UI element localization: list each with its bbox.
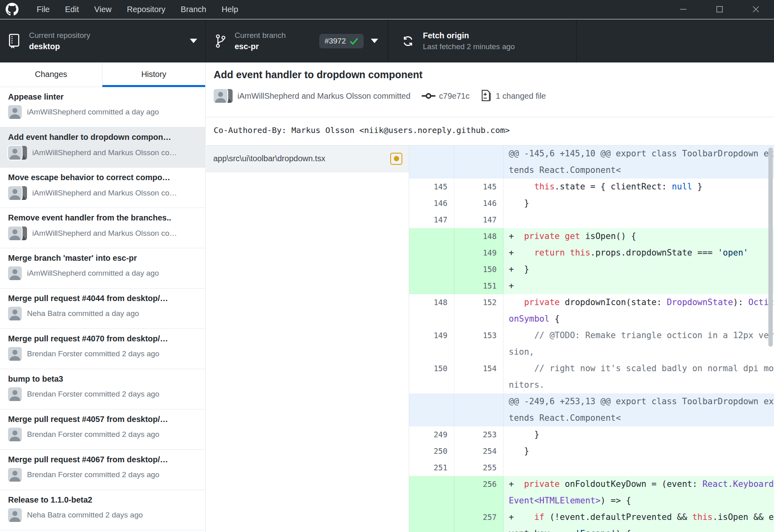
maximize-icon [716,6,723,13]
line-number-new: 146 [454,195,504,212]
github-logo-icon [6,3,19,16]
commit-list: Appease linteriAmWillShepherd committed … [0,87,205,532]
commit-item-meta: Brendan Forster committed 2 days ago [8,387,198,401]
code-line: } [504,195,774,212]
commit-item-title: Move escape behavior to correct compo… [8,173,198,182]
commit-list-item[interactable]: Merge pull request #4070 from desktop/…B… [0,329,205,369]
line-number-new: 145 [454,179,504,195]
code-line: // @TODO: Remake triangle octicon in a 1… [504,327,774,360]
menu-bar: FileEditViewRepositoryBranchHelp [29,0,246,19]
code-line: @@ -249,6 +253,13 @@ export class Toolba… [504,393,774,426]
repository-label: Current repository [29,31,90,40]
line-number-new: 253 [454,426,504,443]
repo-icon [8,33,20,49]
repository-button[interactable]: Current repository desktop [0,19,206,62]
commit-sha: c79e71c [439,91,470,101]
line-number-old: 145 [409,179,454,195]
tab-history[interactable]: History [102,62,205,87]
commit-meta: iAmWillShepherd and Markus Olsson commit… [214,89,764,103]
avatar [214,89,227,103]
line-number-old [409,476,454,509]
menu-item-branch[interactable]: Branch [173,0,214,19]
commit-item-subtitle: Neha Batra committed 2 days ago [27,511,143,520]
line-number-old: 150 [409,360,454,393]
commit-item-subtitle: Brendan Forster committed 2 days ago [27,390,159,399]
code-line: + private get isOpen() { [504,228,774,245]
line-number-new: 150 [454,261,504,278]
line-number-new: 255 [454,459,504,476]
commit-item-subtitle: Brendan Forster committed 2 days ago [27,349,159,358]
file-row[interactable]: app\src\ui\toolbar\dropdown.tsx [206,145,409,172]
menu-item-help[interactable]: Help [214,0,246,19]
menu-item-view[interactable]: View [87,0,119,19]
tab-changes[interactable]: Changes [0,62,102,87]
commit-list-item[interactable]: Release to 1.1.0-beta2Neha Batra committ… [0,490,205,530]
commit-list-item[interactable]: Merge pull request #4044 from desktop/…N… [0,289,205,329]
line-number-new: 256 [454,476,504,509]
sync-icon [402,34,414,48]
commit-list-item[interactable]: Merge pull request #4057 from desktop/…B… [0,409,205,450]
diff-row-add: 257+ if (!event.defaultPrevented && this… [409,509,774,532]
branch-button[interactable]: Current branch esc-pr #3972 [206,19,388,62]
commit-item-meta: Neha Batra committed 2 days ago [8,508,198,522]
window-minimize-button[interactable] [665,0,701,19]
line-number-new: 149 [454,245,504,261]
code-line: this.state = { clientRect: null } [504,179,774,195]
line-number-old [409,245,454,261]
commit-list-item[interactable]: Remove event handler from the branches..… [0,208,205,248]
diff-row-add: 256+ private onFoldoutKeyDown = (event: … [409,476,774,509]
commit-item-meta: Brendan Forster committed 2 days ago [8,428,198,441]
avatar [8,468,22,482]
commit-list-item[interactable]: Appease linteriAmWillShepherd committed … [0,87,205,127]
window-close-button[interactable] [738,0,774,19]
menu-item-repository[interactable]: Repository [119,0,173,19]
avatar [8,186,22,200]
commit-list-item[interactable]: bump to beta3Brendan Forster committed 2… [0,369,205,409]
commit-list-item[interactable]: Merge branch 'master' into esc-priAmWill… [0,248,205,289]
chevron-down-icon [371,39,378,43]
window-controls [665,0,774,19]
avatar-stack [8,145,27,160]
window-maximize-button[interactable] [701,0,738,19]
code-line: } [504,443,774,459]
menu-item-edit[interactable]: Edit [57,0,86,19]
commit-item-meta: iAmWillShepherd committed a day ago [8,105,198,119]
line-number-old [409,393,454,426]
chevron-down-icon [190,39,197,43]
diff-row-add: 149+ return this.props.dropdownState ===… [409,245,774,261]
commit-item-title: Appease linter [8,92,198,102]
line-number-old: 250 [409,443,454,459]
commit-item-title: Merge pull request #4067 from desktop/… [8,455,198,464]
commit-list-item[interactable]: Merge pull request #4067 from desktop/…B… [0,450,205,490]
line-number-new [454,393,504,426]
commit-list-item[interactable]: Move escape behavior to correct compo…iA… [0,168,205,208]
code-line [504,459,774,476]
commit-item-subtitle: iAmWillShepherd and Markus Olsson co… [32,189,177,197]
code-line: + return this.props.dropdownState === 'o… [504,245,774,261]
commit-item-title: Merge branch 'master' into esc-pr [8,254,198,263]
code-line: // right now it's scaled badly on normal… [504,360,774,393]
code-line [504,212,774,228]
line-number-old [409,261,454,278]
line-number-old: 148 [409,294,454,327]
check-icon [350,37,358,45]
fetch-title: Fetch origin [423,31,515,40]
fetch-origin-button[interactable]: Fetch origin Last fetched 2 minutes ago [388,19,576,62]
line-number-new: 148 [454,228,504,245]
scrollbar-thumb[interactable] [768,148,773,347]
commit-item-title: Remove event handler from the branches.. [8,213,198,222]
avatar [8,428,22,441]
avatar [8,227,22,240]
commit-item-meta: iAmWillShepherd committed a day ago [8,266,198,280]
commit-list-item[interactable]: Add event handler to dropdown compon…iAm… [0,127,205,168]
code-line: } [504,426,774,443]
commit-item-subtitle: Brendan Forster committed 2 days ago [27,470,159,479]
avatar-stack [8,186,27,200]
diff-row-context: 150154 // right now it's scaled badly on… [409,360,774,393]
line-number-old [409,278,454,294]
commit-item-meta: iAmWillShepherd and Markus Olsson co… [8,186,198,200]
menu-item-file[interactable]: File [29,0,57,19]
avatar-stack [8,226,27,241]
content: app\src\ui\toolbar\dropdown.tsx @@ -145,… [206,145,774,532]
line-number-new [454,145,504,179]
